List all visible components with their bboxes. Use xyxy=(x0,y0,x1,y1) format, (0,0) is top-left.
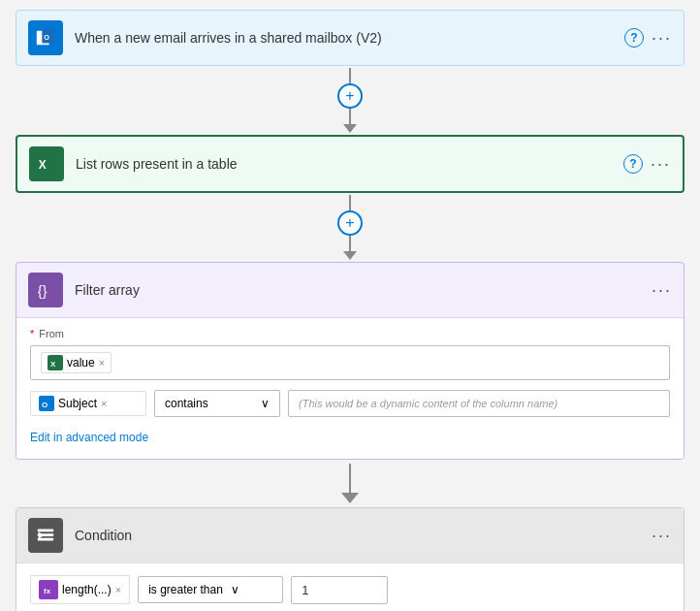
connector-line-2b xyxy=(349,236,351,251)
edit-advanced-link[interactable]: Edit in advanced mode xyxy=(30,431,148,444)
big-arrow xyxy=(341,464,359,503)
svg-rect-8 xyxy=(38,530,54,532)
filter-step-actions: ··· xyxy=(652,280,672,301)
big-arrow-line xyxy=(349,464,351,493)
condition-more-menu[interactable]: ··· xyxy=(652,526,672,546)
excel-step: X List rows present in a table ? ··· xyxy=(16,135,684,193)
svg-text:O: O xyxy=(42,401,48,408)
add-step-btn-2[interactable]: + xyxy=(337,210,363,236)
excel-step-title: List rows present in a table xyxy=(76,156,612,172)
connector-2: + xyxy=(337,195,363,260)
outlook-more-menu[interactable]: ··· xyxy=(652,28,672,48)
big-arrow-head xyxy=(341,493,359,503)
subject-outlook-icon: O xyxy=(39,396,54,411)
filter-icon: {} xyxy=(28,273,63,307)
svg-text:{}: {} xyxy=(38,283,48,299)
outlook-help-icon[interactable]: ? xyxy=(624,28,644,48)
func-token: fx length(...) × xyxy=(30,575,130,604)
token-close-btn[interactable]: × xyxy=(99,358,105,369)
svg-text:fx: fx xyxy=(44,587,51,595)
func-label: length(...) xyxy=(62,583,111,596)
func-close-btn[interactable]: × xyxy=(115,585,121,595)
subject-token: O Subject × xyxy=(30,391,146,416)
connector-line-1b xyxy=(349,109,351,124)
func-token-icon: fx xyxy=(39,580,58,599)
filter-step-title: Filter array xyxy=(75,282,640,298)
connector-arrow-2 xyxy=(343,251,357,260)
svg-text:X: X xyxy=(39,158,47,172)
excel-more-menu[interactable]: ··· xyxy=(651,154,671,175)
condition-step: Condition ··· fx length(...) × is greate… xyxy=(16,507,684,611)
filter-condition-row: O Subject × contains ∨ (This would be a … xyxy=(30,390,670,417)
token-excel-icon: X xyxy=(48,355,63,370)
connector-1: + xyxy=(337,68,363,133)
svg-text:X: X xyxy=(50,360,56,368)
condition-operator-dropdown[interactable]: is greater than ∨ xyxy=(138,576,283,603)
connector-line-2 xyxy=(349,195,351,210)
filter-body: * From X value × O Subject × xyxy=(16,317,684,459)
connector-arrow-1 xyxy=(343,124,357,133)
filter-operator-dropdown[interactable]: contains ∨ xyxy=(154,390,280,417)
condition-value-input[interactable]: 1 xyxy=(291,576,388,604)
excel-step-actions: ? ··· xyxy=(623,154,671,175)
outlook-step-header: O When a new email arrives in a shared m… xyxy=(16,11,684,65)
condition-value-text: 1 xyxy=(302,583,308,597)
outlook-icon: O xyxy=(28,20,63,55)
excel-help-icon[interactable]: ? xyxy=(623,154,643,174)
filter-step: {} Filter array ··· * From X value × xyxy=(16,262,684,460)
excel-step-header: X List rows present in a table ? ··· xyxy=(17,137,683,191)
add-step-btn-1[interactable]: + xyxy=(337,83,363,109)
svg-text:O: O xyxy=(44,33,49,42)
condition-step-header: Condition ··· xyxy=(16,508,684,563)
filter-operator-chevron: ∨ xyxy=(261,397,270,410)
filter-operator-label: contains xyxy=(165,397,208,410)
svg-marker-11 xyxy=(39,532,45,539)
condition-icon xyxy=(28,518,63,553)
condition-step-title: Condition xyxy=(75,528,640,543)
value-token: X value × xyxy=(41,352,111,373)
filter-value-box[interactable]: (This would be a dynamic content of the … xyxy=(288,390,670,417)
filter-value-text: (This would be a dynamic content of the … xyxy=(299,398,557,409)
connector-line-1 xyxy=(349,68,351,83)
token-label: value xyxy=(67,356,95,370)
condition-row: fx length(...) × is greater than ∨ 1 xyxy=(30,575,670,604)
condition-step-actions: ··· xyxy=(652,526,672,546)
from-token-input[interactable]: X value × xyxy=(30,345,670,380)
required-star: * xyxy=(30,328,34,339)
outlook-step: O When a new email arrives in a shared m… xyxy=(16,10,684,66)
condition-operator-chevron: ∨ xyxy=(231,583,239,596)
subject-label: Subject xyxy=(58,397,97,410)
from-label: * From xyxy=(30,328,670,339)
filter-more-menu[interactable]: ··· xyxy=(652,280,672,301)
outlook-step-title: When a new email arrives in a shared mai… xyxy=(75,30,613,46)
svg-rect-10 xyxy=(38,538,54,541)
filter-step-header: {} Filter array ··· xyxy=(16,263,684,317)
condition-operator-label: is greater than xyxy=(148,583,223,596)
subject-close-btn[interactable]: × xyxy=(101,399,107,409)
excel-icon: X xyxy=(29,146,64,181)
condition-body: fx length(...) × is greater than ∨ 1 + A… xyxy=(16,563,684,611)
outlook-step-actions: ? ··· xyxy=(624,28,672,48)
